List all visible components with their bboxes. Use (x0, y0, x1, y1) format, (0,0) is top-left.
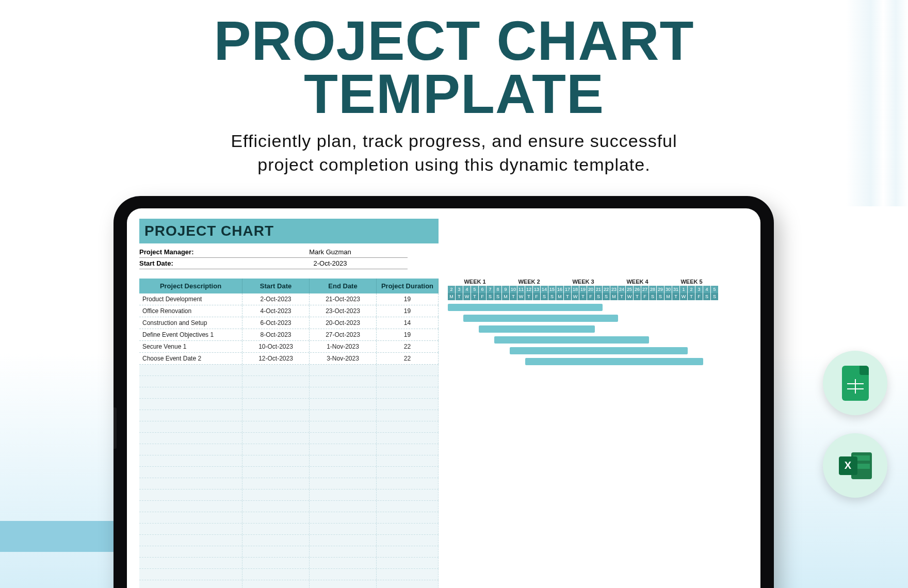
empty-row (139, 512, 439, 524)
empty-row (139, 410, 439, 421)
day-cell: 3 (456, 286, 463, 293)
day-cell: 28 (649, 286, 657, 293)
empty-row (139, 478, 439, 489)
empty-row (139, 444, 439, 455)
meta-row-manager: Project Manager: Mark Guzman (139, 247, 408, 258)
dow-cell: F (533, 293, 541, 300)
week-label: WEEK 1 (448, 279, 502, 285)
day-cell: 21 (595, 286, 603, 293)
task-table: Project Description Start Date End Date … (139, 279, 439, 588)
col-dur: Project Duration (377, 279, 439, 293)
day-cell: 4 (703, 286, 711, 293)
day-cell: 8 (494, 286, 502, 293)
dow-cell: T (634, 293, 641, 300)
day-cell: 31 (672, 286, 680, 293)
table-row: Office Renovation4-Oct-202323-Oct-202319 (139, 305, 439, 317)
gantt-bars (448, 302, 748, 367)
empty-row (139, 421, 439, 433)
week-label: WEEK 2 (502, 279, 556, 285)
empty-row (139, 467, 439, 478)
gantt-bar (463, 315, 618, 322)
day-cell: 19 (579, 286, 587, 293)
manager-label: Project Manager: (139, 248, 242, 256)
day-cell: 17 (564, 286, 572, 293)
day-cell: 14 (541, 286, 548, 293)
day-cell: 12 (525, 286, 533, 293)
dow-cell: W (517, 293, 525, 300)
day-of-week: MTWTFSSMTWTFSSMTWTFSSMTWTFSSMTWTFSS (448, 293, 748, 300)
headline-block: PROJECT CHART TEMPLATE Efficiently plan,… (0, 0, 908, 177)
dow-cell: W (626, 293, 634, 300)
table-row: Secure Venue 110-Oct-20231-Nov-202322 (139, 341, 439, 353)
dow-cell: T (688, 293, 695, 300)
subtitle: Efficiently plan, track progress, and en… (0, 129, 908, 177)
table-row: Define Event Objectives 18-Oct-202327-Oc… (139, 329, 439, 341)
empty-row (139, 376, 439, 387)
dow-cell: M (610, 293, 618, 300)
excel-icon: X (839, 450, 872, 481)
spreadsheet-screen: PROJECT CHART Project Manager: Mark Guzm… (127, 208, 760, 588)
table-row: Construction and Setup6-Oct-202320-Oct-2… (139, 317, 439, 329)
gantt-row (448, 302, 748, 313)
empty-row (139, 365, 439, 376)
empty-row (139, 399, 439, 410)
empty-row (139, 558, 439, 569)
day-cell: 2 (448, 286, 456, 293)
dow-cell: S (649, 293, 657, 300)
dow-cell: T (579, 293, 587, 300)
dow-cell: W (680, 293, 688, 300)
dow-cell: S (603, 293, 610, 300)
table-body: Product Development2-Oct-202321-Oct-2023… (139, 293, 439, 365)
day-cell: 11 (517, 286, 525, 293)
table-header: Project Description Start Date End Date … (139, 279, 439, 293)
empty-row (139, 546, 439, 558)
gantt-row (448, 356, 748, 367)
day-cell: 27 (641, 286, 649, 293)
day-cell: 25 (626, 286, 634, 293)
table-row: Product Development2-Oct-202321-Oct-2023… (139, 293, 439, 305)
meta-row-start: Start Date: 2-Oct-2023 (139, 258, 408, 269)
empty-row (139, 501, 439, 512)
dow-cell: M (556, 293, 564, 300)
sheet-area: Project Description Start Date End Date … (139, 279, 748, 588)
gantt-row (448, 335, 748, 346)
dow-cell: T (456, 293, 463, 300)
col-desc: Project Description (139, 279, 242, 293)
excel-badge[interactable]: X (823, 433, 887, 498)
day-cell: 5 (471, 286, 479, 293)
day-cell: 6 (479, 286, 487, 293)
dow-cell: F (641, 293, 649, 300)
day-cell: 18 (572, 286, 579, 293)
day-cell: 24 (618, 286, 626, 293)
gantt-row (448, 324, 748, 335)
bg-stripe-left (0, 521, 113, 552)
dow-cell: S (548, 293, 556, 300)
day-cell: 15 (548, 286, 556, 293)
dow-cell: T (564, 293, 572, 300)
dow-cell: S (711, 293, 719, 300)
day-cell: 29 (657, 286, 664, 293)
empty-row (139, 433, 439, 444)
sheets-icon (842, 366, 869, 401)
page-title: PROJECT CHART TEMPLATE (0, 14, 908, 120)
empty-row (139, 535, 439, 546)
day-cell: 9 (502, 286, 510, 293)
empty-row (139, 387, 439, 399)
day-cell: 20 (587, 286, 595, 293)
dow-cell: T (471, 293, 479, 300)
dow-cell: T (672, 293, 680, 300)
dow-cell: F (695, 293, 703, 300)
week-header: WEEK 1WEEK 2WEEK 3WEEK 4WEEK 5 (448, 279, 748, 285)
empty-row (139, 524, 439, 535)
gantt-bar (448, 304, 603, 311)
day-cell: 22 (603, 286, 610, 293)
gantt-row (448, 346, 748, 356)
week-label: WEEK 4 (610, 279, 664, 285)
dow-cell: S (487, 293, 494, 300)
startdate-label: Start Date: (139, 259, 242, 267)
gantt-bar (494, 336, 649, 344)
title-line2: TEMPLATE (304, 62, 604, 125)
google-sheets-badge[interactable] (823, 351, 887, 415)
meta-block: Project Manager: Mark Guzman Start Date:… (139, 247, 748, 269)
dow-cell: F (587, 293, 595, 300)
